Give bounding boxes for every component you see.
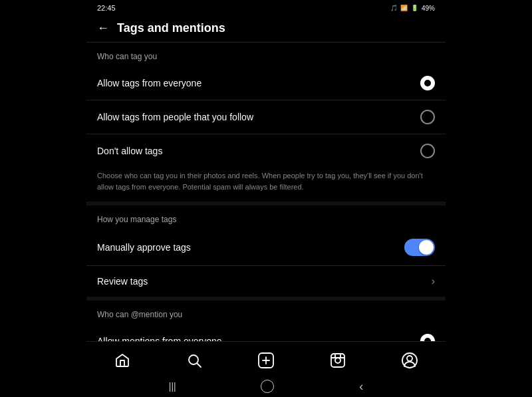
status-right: 🎵 📶 🔋 49% xyxy=(390,5,435,12)
option-manually-approve-label: Manually approve tags xyxy=(97,242,191,253)
option-tag-everyone-label: Allow tags from everyone xyxy=(97,78,201,88)
option-mention-everyone-label: Allow mentions from everyone xyxy=(97,336,222,341)
sys-nav-home[interactable] xyxy=(261,380,274,393)
option-mention-everyone[interactable]: Allow mentions from everyone xyxy=(86,325,446,341)
nav-reels[interactable] xyxy=(323,348,352,372)
system-nav: ||| ‹ xyxy=(86,376,446,397)
header: ← Tags and mentions xyxy=(86,15,446,43)
status-time: 22:45 xyxy=(97,4,116,12)
chevron-icon: › xyxy=(432,275,435,287)
radio-tag-follow[interactable] xyxy=(420,110,435,124)
nav-profile[interactable] xyxy=(395,348,424,372)
option-tag-none-label: Don't allow tags xyxy=(97,146,162,156)
svg-line-1 xyxy=(198,363,201,367)
option-tag-follow-label: Allow tags from people that you follow xyxy=(97,112,253,122)
page-title: Tags and mentions xyxy=(117,21,225,35)
toggle-manually-approve[interactable] xyxy=(404,239,435,256)
radio-tag-everyone[interactable] xyxy=(420,76,435,90)
nav-home[interactable] xyxy=(108,348,137,372)
main-content: Who can tag you Allow tags from everyone… xyxy=(86,43,446,341)
status-bar: 22:45 🎵 📶 🔋 49% xyxy=(86,0,446,15)
status-icons: 🎵 📶 🔋 xyxy=(390,5,419,11)
option-tag-everyone[interactable]: Allow tags from everyone xyxy=(86,66,446,100)
sys-nav-recent[interactable]: ||| xyxy=(169,381,176,392)
svg-point-11 xyxy=(407,356,412,361)
tag-description: Choose who can tag you in their photos a… xyxy=(86,168,446,201)
sys-nav-back[interactable]: ‹ xyxy=(359,380,363,394)
section-label-tag: Who can tag you xyxy=(86,43,446,66)
section-label-manage: How you manage tags xyxy=(86,205,446,229)
option-tag-follow[interactable]: Allow tags from people that you follow xyxy=(86,100,446,134)
option-review-tags[interactable]: Review tags › xyxy=(86,266,446,297)
status-battery: 49% xyxy=(422,5,435,12)
option-tag-none[interactable]: Don't allow tags xyxy=(86,134,446,168)
toggle-knob xyxy=(419,240,434,255)
option-manually-approve[interactable]: Manually approve tags xyxy=(86,229,446,265)
radio-mention-everyone[interactable] xyxy=(420,334,435,341)
nav-search[interactable] xyxy=(180,348,209,372)
svg-point-6 xyxy=(335,358,340,363)
back-button[interactable]: ← xyxy=(97,21,109,35)
nav-add[interactable] xyxy=(251,348,281,372)
option-review-tags-label: Review tags xyxy=(97,276,148,287)
bottom-nav xyxy=(86,341,446,376)
section-label-mention: Who can @mention you xyxy=(86,301,446,325)
svg-rect-5 xyxy=(331,354,344,367)
radio-tag-none[interactable] xyxy=(420,144,435,158)
